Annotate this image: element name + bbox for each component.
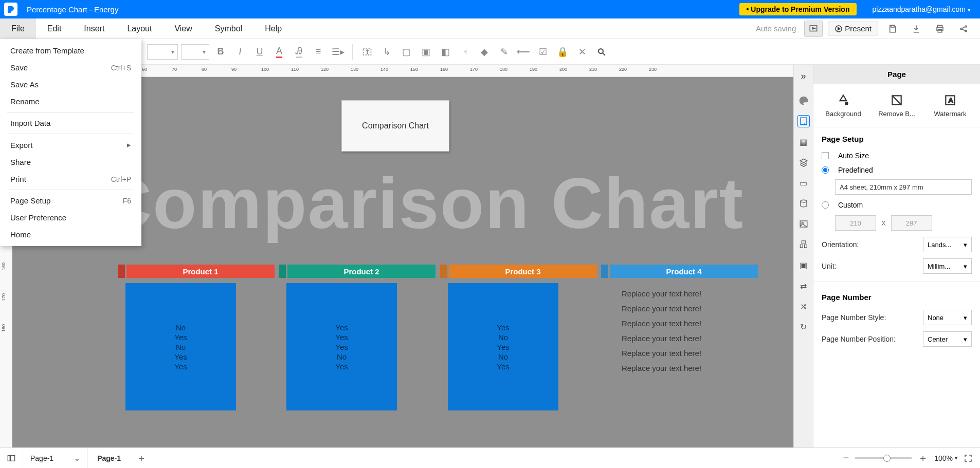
fullscreen-button[interactable]	[964, 454, 973, 463]
file-user-preference[interactable]: User Preference	[0, 209, 141, 226]
component-icon[interactable]: ▣	[797, 259, 810, 271]
expand-panel-icon[interactable]: »	[797, 70, 810, 82]
share-icon[interactable]	[954, 20, 973, 38]
outline-button[interactable]	[0, 448, 23, 468]
italic-button[interactable]: I	[232, 44, 248, 60]
watermark-button[interactable]: AWatermark	[924, 93, 976, 118]
chevron-right-icon: ▸	[127, 140, 131, 149]
file-export[interactable]: Export▸	[0, 136, 141, 154]
pn-style-select[interactable]: None▾	[923, 310, 972, 325]
auto-size-option[interactable]: Auto Size	[813, 148, 980, 163]
svg-point-8	[960, 28, 962, 29]
menu-help[interactable]: Help	[253, 18, 293, 39]
zoom-in-button[interactable]: ＋	[918, 451, 928, 465]
title-box-shape[interactable]: Comparison Chart	[341, 100, 449, 152]
background-button[interactable]: Background	[818, 93, 869, 118]
predefined-option[interactable]: Predefined	[813, 163, 980, 177]
menu-file[interactable]: File	[0, 18, 36, 39]
bold-button[interactable]: B	[212, 44, 229, 60]
fill-button[interactable]: ◆	[476, 44, 493, 60]
arrange-icon[interactable]: ⇄	[797, 279, 810, 292]
align-objects-button[interactable]: ⫞	[457, 44, 473, 60]
product-2-header: Product 2	[287, 265, 435, 278]
tools-button[interactable]: ✕	[574, 44, 590, 60]
orientation-select[interactable]: Lands...▾	[923, 237, 972, 252]
lock-button[interactable]: 🔒	[554, 44, 571, 60]
search-button[interactable]	[593, 44, 610, 60]
product-3-column[interactable]: Product 3 Yes No Yes No Yes	[440, 265, 597, 410]
file-save-as[interactable]: Save As	[0, 76, 141, 93]
remove-bg-button[interactable]: Remove B...	[871, 93, 922, 118]
align-button[interactable]: ≡	[310, 44, 326, 60]
grid-icon[interactable]: ▦	[797, 136, 810, 148]
height-input[interactable]	[891, 215, 932, 231]
right-properties-panel: Page Background Remove B... AWatermark P…	[813, 65, 980, 447]
text-box-button[interactable]: T	[359, 44, 375, 60]
unit-select[interactable]: Millim...▾	[923, 258, 972, 274]
width-input[interactable]	[835, 215, 876, 231]
menu-insert[interactable]: Insert	[72, 18, 116, 39]
file-print[interactable]: PrintCtrl+P	[0, 171, 141, 188]
upgrade-button[interactable]: Upgrade to Premium Version	[739, 3, 857, 15]
file-page-setup[interactable]: Page SetupF6	[0, 192, 141, 209]
pn-pos-select[interactable]: Center▾	[923, 331, 972, 347]
shape-button[interactable]: ▢	[398, 44, 414, 60]
connector-button[interactable]: ↳	[378, 44, 395, 60]
arrow-style-button[interactable]: ⟵	[515, 44, 532, 60]
data-icon[interactable]	[797, 197, 810, 210]
file-import-data[interactable]: Import Data	[0, 115, 141, 132]
product-1-column[interactable]: Product 1 No Yes No Yes Yes	[118, 265, 275, 410]
zoom-slider[interactable]	[855, 457, 912, 459]
user-email[interactable]: pizzaandparatha@gmail.com▾	[872, 5, 971, 13]
edit-shape-button[interactable]: ☑	[535, 44, 551, 60]
svg-point-9	[965, 26, 967, 27]
file-create-template[interactable]: Create from Template	[0, 42, 141, 59]
app-logo[interactable]	[4, 3, 17, 16]
file-home[interactable]: Home	[0, 226, 141, 243]
image-icon[interactable]	[797, 218, 810, 230]
file-save[interactable]: SaveCtrl+S	[0, 59, 141, 76]
sitemap-icon[interactable]: 品	[797, 238, 810, 251]
font-color-button[interactable]: A	[271, 44, 287, 60]
zoom-value[interactable]: 100%▾	[934, 454, 957, 462]
custom-option[interactable]: Custom	[813, 198, 980, 212]
font-family-select[interactable]: ▾	[147, 44, 178, 60]
shuffle-icon[interactable]: ⤮	[797, 300, 810, 312]
layers-icon[interactable]	[797, 156, 810, 169]
present-button[interactable]: Present	[828, 22, 878, 35]
menu-bar: File Edit Insert Layout View Symbol Help…	[0, 18, 980, 39]
line-spacing-button[interactable]: ☰▸	[330, 44, 346, 60]
file-share[interactable]: Share	[0, 154, 141, 171]
download-icon[interactable]	[907, 20, 925, 38]
menu-view[interactable]: View	[163, 18, 203, 39]
dimension-separator: X	[881, 219, 886, 227]
group-button[interactable]: ▣	[418, 44, 434, 60]
bring-front-button[interactable]: ◧	[437, 44, 453, 60]
document-title[interactable]: Percentage Chart - Energy	[27, 5, 118, 14]
print-icon[interactable]	[931, 20, 949, 38]
page-tab[interactable]: Page-1	[88, 448, 130, 468]
save-icon[interactable]	[883, 20, 902, 38]
predefined-size-input[interactable]	[835, 179, 972, 195]
add-page-button[interactable]: ＋	[130, 448, 153, 468]
page-selector[interactable]: Page-1⌄	[23, 448, 88, 468]
svg-line-21	[892, 96, 901, 104]
highlight-button[interactable]: Ꭿ	[291, 44, 307, 60]
svg-text:T: T	[366, 49, 369, 55]
underline-button[interactable]: U	[251, 44, 268, 60]
page-panel-icon[interactable]	[797, 115, 810, 127]
menu-edit[interactable]: Edit	[36, 18, 73, 39]
zoom-out-button[interactable]: −	[843, 452, 849, 464]
presentation-icon[interactable]: ▭	[797, 177, 810, 189]
file-rename[interactable]: Rename	[0, 93, 141, 110]
font-size-select[interactable]: ▾	[181, 44, 209, 60]
product-2-column[interactable]: Product 2 Yes Yes Yes No Yes	[279, 265, 435, 410]
menu-layout[interactable]: Layout	[116, 18, 163, 39]
svg-marker-3	[838, 27, 840, 30]
menu-symbol[interactable]: Symbol	[204, 18, 253, 39]
theme-icon[interactable]	[797, 95, 810, 107]
presentation-toggle-button[interactable]	[804, 21, 823, 37]
line-color-button[interactable]: ✎	[496, 44, 512, 60]
product-4-column[interactable]: Product 4 Replace your text here! Replac…	[601, 265, 758, 372]
history-icon[interactable]: ↻	[797, 321, 810, 333]
